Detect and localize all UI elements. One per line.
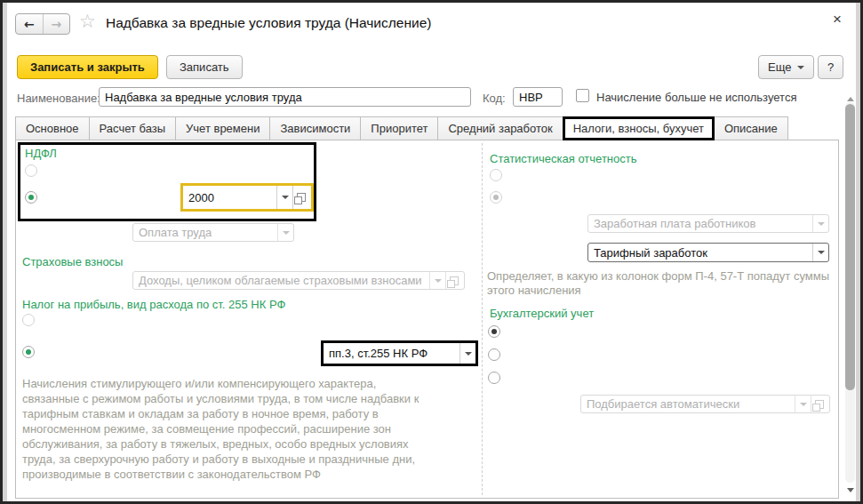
account-subconto-combobox: Подбирается автоматически [580, 395, 830, 413]
insurance-section-header: Страховые взносы [22, 255, 123, 268]
income-category-combobox: Оплата труда [132, 223, 294, 242]
expense-article-value: пп.3, ст.255 НК РФ [324, 347, 459, 360]
ndfl-taxed-radio[interactable] [25, 191, 37, 204]
dropdown-arrow-icon[interactable] [277, 186, 292, 209]
tab-time-tracking[interactable]: Учет времени [175, 116, 270, 140]
ndfl-not-taxed-radio [25, 164, 37, 177]
tab-average-earnings[interactable]: Средний заработок [437, 116, 563, 140]
accounting-base-radio[interactable] [488, 348, 500, 361]
page-title: Надбавка за вредные условия труда (Начис… [106, 15, 431, 31]
back-button[interactable]: ← [16, 14, 44, 34]
income-code-value: 2000 [183, 191, 276, 204]
income-type-value: Доходы, целиком облагаемые страховыми вз… [133, 274, 429, 287]
scrollbar-up-arrow-icon[interactable] [847, 93, 854, 101]
expense-article-combobox[interactable]: пп.3, ст.255 НК РФ [321, 340, 478, 366]
name-field-label: Наименование: [17, 92, 100, 105]
dropdown-arrow-icon [278, 224, 293, 241]
not-used-checkbox[interactable] [576, 89, 589, 102]
t57-form-value: Тарифный заработок [588, 246, 812, 260]
expense-article-description: Начисления стимулирующего и/или компенси… [22, 376, 433, 482]
history-nav-group: ← → [15, 13, 70, 35]
accounting-employee-radio[interactable] [488, 325, 500, 338]
stats-counted-radio [490, 191, 502, 204]
accrual-card-window: ← → ☆ Надбавка за вредные условия труда … [0, 0, 863, 504]
dropdown-arrow-icon [795, 396, 811, 412]
dropdown-arrow-icon [813, 215, 828, 232]
favorite-star-icon[interactable]: ☆ [79, 11, 96, 32]
stats-not-counted-radio [490, 169, 502, 181]
save-and-close-button[interactable]: Записать и закрыть [17, 55, 158, 79]
income-category-value: Оплата труда [133, 226, 277, 239]
code-field-label: Код: [483, 92, 506, 105]
scrollbar-down-arrow-icon[interactable] [847, 488, 854, 496]
profit-tax-included-radio[interactable] [22, 346, 35, 358]
name-input[interactable] [99, 87, 471, 107]
open-item-icon[interactable] [297, 193, 306, 202]
not-used-checkbox-label: Начисление больше не используется [596, 91, 796, 104]
dropdown-arrow-icon[interactable] [813, 244, 828, 261]
income-type-combobox: Доходы, целиком облагаемые страховыми вз… [132, 271, 465, 290]
tab-taxes-contributions[interactable]: Налоги, взносы, бухучет [563, 116, 715, 140]
scrollbar-thumb[interactable] [845, 104, 855, 390]
tab-priority[interactable]: Приоритет [360, 116, 438, 140]
open-item-icon [450, 276, 459, 285]
tab-dependencies[interactable]: Зависимости [269, 116, 361, 140]
save-button[interactable]: Записать [166, 55, 243, 79]
dropdown-arrow-icon[interactable] [460, 343, 475, 364]
statistics-section-header: Статистическая отчетность [490, 152, 637, 165]
income-code-combobox[interactable]: 2000 [180, 183, 314, 212]
help-button[interactable]: ? [818, 55, 843, 79]
window-edge-right [856, 3, 860, 501]
open-item-icon [815, 400, 824, 409]
profit-tax-not-included-radio [22, 314, 35, 326]
profit-tax-section-header: Налог на прибыль, вид расхода по ст. 255… [22, 298, 285, 311]
accounting-section-header: Бухгалтерский учет [490, 307, 594, 320]
forward-button[interactable]: → [44, 14, 70, 34]
chevron-down-icon [797, 66, 804, 73]
close-icon[interactable]: × [833, 11, 842, 28]
ndfl-section-header: НДФЛ [25, 147, 57, 160]
tab-calc-base[interactable]: Расчет базы [89, 116, 177, 140]
window-edge-left [3, 3, 7, 501]
p4-form-combobox: Заработная плата работников [587, 214, 829, 233]
tab-bar: Основное Расчет базы Учет времени Зависи… [15, 116, 788, 140]
back-icon: ← [24, 17, 35, 31]
code-input[interactable] [513, 87, 563, 107]
tab-description[interactable]: Описание [714, 116, 788, 140]
t57-form-combobox[interactable]: Тарифный заработок [587, 243, 829, 262]
p4-form-value: Заработная плата работников [588, 217, 812, 230]
accounting-accrual-radio[interactable] [488, 372, 500, 384]
statistics-hint: Определяет, в какую из колонок форм П-4,… [487, 269, 844, 298]
dropdown-arrow-icon [430, 272, 445, 289]
account-subconto-placeholder: Подбирается автоматически [581, 397, 795, 411]
more-button[interactable]: Еще [758, 55, 814, 79]
column-divider [482, 143, 483, 495]
tab-main[interactable]: Основное [15, 116, 90, 140]
forward-icon: → [51, 17, 61, 31]
more-button-label: Еще [768, 60, 791, 74]
